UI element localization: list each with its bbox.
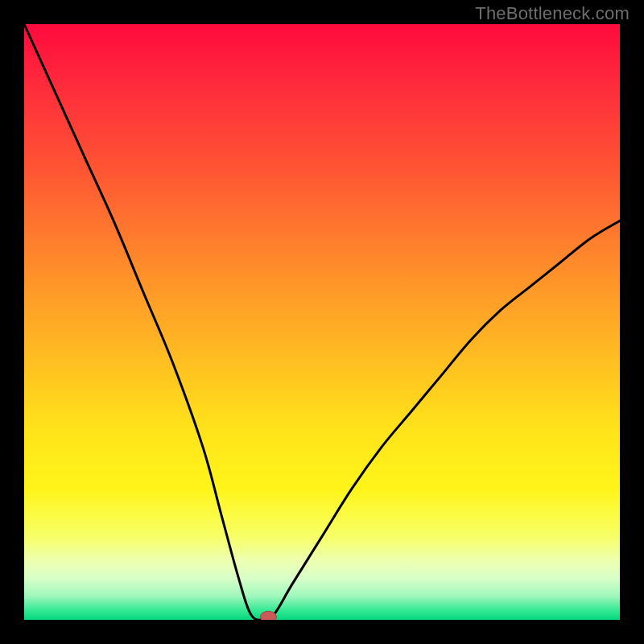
chart-svg <box>24 24 620 620</box>
curve-marker <box>260 611 276 620</box>
chart-frame: TheBottleneck.com <box>0 0 644 644</box>
gradient-background <box>24 24 620 620</box>
plot-area <box>24 24 620 620</box>
watermark-text: TheBottleneck.com <box>475 3 630 24</box>
